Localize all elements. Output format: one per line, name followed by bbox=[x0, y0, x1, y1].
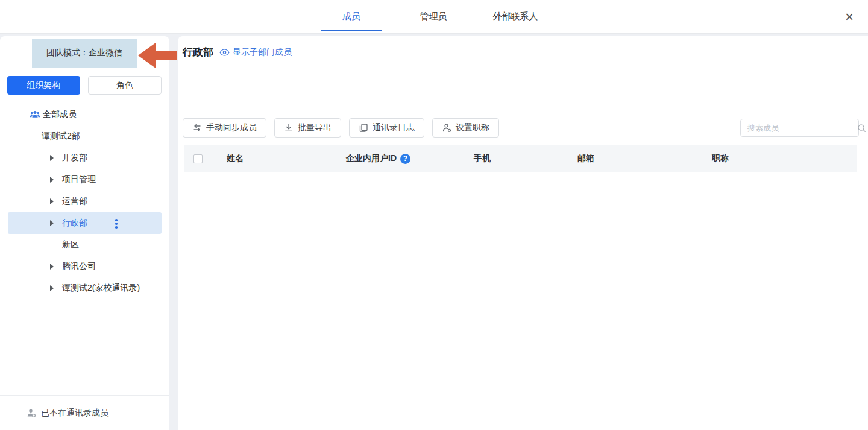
org-structure-button[interactable]: 组织架构 bbox=[7, 76, 80, 95]
toolbar: 手动同步成员 批量导出 通讯录日志 设置职称 bbox=[183, 118, 499, 138]
tree-item-kaifabu[interactable]: 开发部 bbox=[8, 147, 162, 169]
tree-item-label: 项目管理 bbox=[62, 174, 96, 185]
top-tab-bar: 成员 管理员 外部联系人 bbox=[321, 0, 546, 33]
tree-item-xingzhengbu[interactable]: 行政部 bbox=[8, 212, 162, 234]
removed-members-entry[interactable]: 已不在通讯录成员 bbox=[0, 395, 169, 430]
eye-icon bbox=[219, 49, 230, 56]
help-icon[interactable]: ? bbox=[400, 154, 410, 164]
tree-item-label: 行政部 bbox=[62, 218, 87, 229]
caret-right-icon[interactable] bbox=[50, 264, 61, 270]
page-title: 行政部 bbox=[183, 45, 213, 59]
column-name: 姓名 bbox=[227, 145, 244, 172]
contacts-log-label: 通讯录日志 bbox=[373, 122, 415, 133]
tree-item-yunyingbu[interactable]: 运营部 bbox=[8, 191, 162, 212]
set-title-button[interactable]: 设置职称 bbox=[432, 118, 499, 138]
top-bar: 成员 管理员 外部联系人 × bbox=[0, 0, 868, 34]
batch-export-label: 批量导出 bbox=[298, 122, 332, 133]
tab-admins[interactable]: 管理员 bbox=[403, 0, 464, 33]
batch-export-button[interactable]: 批量导出 bbox=[274, 118, 341, 138]
download-icon bbox=[284, 123, 294, 133]
tree-item-label: 谭测试2(家校通讯录) bbox=[62, 283, 140, 294]
page-title-row: 行政部 显示子部门成员 bbox=[183, 45, 292, 59]
person-removed-icon bbox=[27, 408, 36, 418]
column-user-id-label: 企业内用户ID bbox=[346, 153, 397, 164]
title-divider bbox=[183, 81, 858, 81]
tab-external-contacts[interactable]: 外部联系人 bbox=[485, 0, 546, 33]
show-sub-department-link[interactable]: 显示子部门成员 bbox=[219, 47, 292, 58]
tree-item-label: 谭测试2部 bbox=[42, 131, 80, 142]
tree-item-xiangmuguanli[interactable]: 项目管理 bbox=[8, 169, 162, 191]
team-mode-badge: 团队模式：企业微信 bbox=[32, 39, 137, 68]
close-icon[interactable]: × bbox=[840, 8, 858, 26]
removed-members-label: 已不在通讯录成员 bbox=[41, 408, 108, 419]
member-search bbox=[740, 119, 859, 137]
tree-item-xinqu[interactable]: 新区 bbox=[8, 234, 162, 256]
tab-members[interactable]: 成员 bbox=[321, 0, 382, 33]
more-vertical-icon[interactable] bbox=[112, 218, 121, 230]
caret-right-icon[interactable] bbox=[50, 220, 61, 226]
role-button[interactable]: 角色 bbox=[88, 76, 162, 95]
set-title-label: 设置职称 bbox=[456, 122, 489, 133]
person-badge-icon bbox=[442, 123, 451, 133]
annotation-arrow-icon bbox=[138, 43, 177, 68]
tree-item-tanceshi2bu[interactable]: 谭测试2部 bbox=[8, 125, 162, 147]
caret-right-icon[interactable] bbox=[50, 285, 61, 291]
tree-item-label: 开发部 bbox=[62, 153, 87, 163]
tree-item-label: 新区 bbox=[62, 239, 79, 250]
manual-sync-label: 手动同步成员 bbox=[206, 122, 257, 133]
search-icon[interactable] bbox=[857, 124, 866, 133]
manual-sync-button[interactable]: 手动同步成员 bbox=[183, 118, 266, 138]
people-group-icon bbox=[30, 110, 40, 119]
caret-right-icon[interactable] bbox=[50, 198, 61, 204]
main-panel: 行政部 显示子部门成员 手动同步成员 批量导出 通讯录日志 bbox=[178, 36, 868, 430]
column-title: 职称 bbox=[712, 145, 729, 172]
column-user-id: 企业内用户ID ? bbox=[346, 145, 410, 172]
contacts-log-button[interactable]: 通讯录日志 bbox=[349, 118, 424, 138]
select-all-checkbox[interactable] bbox=[193, 154, 203, 163]
log-copy-icon bbox=[359, 123, 368, 133]
show-sub-department-label: 显示子部门成员 bbox=[233, 47, 292, 58]
column-email: 邮箱 bbox=[577, 145, 594, 172]
sync-arrows-icon bbox=[192, 123, 202, 133]
tree-item-jiaxiaotongxunlu[interactable]: 谭测试2(家校通讯录) bbox=[8, 277, 162, 299]
tree-item-label: 全部成员 bbox=[43, 109, 77, 120]
department-tree: 全部成员 谭测试2部 开发部 项目管理 运营部 行政部 新区 腾 bbox=[0, 104, 169, 299]
sidebar-switcher: 组织架构 角色 bbox=[7, 76, 162, 95]
tree-item-label: 运营部 bbox=[62, 196, 87, 207]
select-all-checkbox-cell bbox=[193, 145, 203, 172]
table-header: 姓名 企业内用户ID ? 手机 邮箱 职称 bbox=[184, 145, 857, 172]
column-mobile: 手机 bbox=[474, 145, 491, 172]
caret-right-icon[interactable] bbox=[50, 177, 61, 183]
search-input[interactable] bbox=[741, 124, 857, 133]
caret-right-icon[interactable] bbox=[50, 155, 61, 161]
tree-item-label: 腾讯公司 bbox=[62, 261, 96, 272]
sidebar: 团队模式：企业微信 组织架构 角色 全部成员 谭测试2部 开发部 项目管理 bbox=[0, 36, 169, 430]
sidebar-header: 团队模式：企业微信 bbox=[0, 36, 169, 68]
tree-item-tengxungongsi[interactable]: 腾讯公司 bbox=[8, 256, 162, 277]
tree-item-all-members[interactable]: 全部成员 bbox=[8, 104, 162, 125]
